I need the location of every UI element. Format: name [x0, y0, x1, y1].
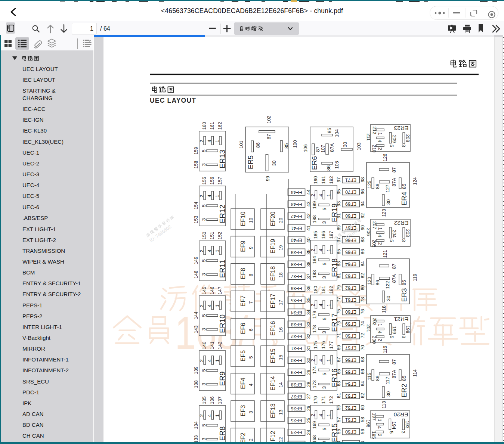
svg-text:10: 10	[248, 218, 254, 223]
svg-text:3: 3	[401, 144, 406, 147]
svg-text:120: 120	[367, 277, 372, 285]
svg-text:EF55: EF55	[345, 369, 356, 375]
svg-text:33: 33	[306, 322, 311, 327]
svg-text:4: 4	[377, 426, 382, 429]
svg-text:138: 138	[194, 381, 199, 388]
svg-text:1: 1	[326, 414, 331, 416]
svg-text:192: 192	[329, 176, 334, 184]
svg-text:201: 201	[366, 325, 371, 332]
svg-text:3: 3	[201, 328, 207, 330]
svg-text:187: 187	[329, 231, 334, 239]
svg-text:EF50: EF50	[345, 429, 356, 434]
svg-text:2: 2	[248, 438, 254, 441]
svg-text:5: 5	[248, 356, 254, 358]
svg-text:188: 188	[312, 215, 317, 223]
svg-text:122: 122	[385, 281, 390, 289]
svg-text:1: 1	[326, 249, 331, 251]
svg-text:3: 3	[321, 386, 327, 389]
svg-text:69: 69	[336, 345, 341, 350]
svg-text:EF8: EF8	[239, 268, 246, 279]
svg-text:205: 205	[371, 240, 377, 248]
svg-text:3: 3	[321, 276, 327, 279]
svg-text:4: 4	[318, 414, 324, 416]
svg-text:EF17: EF17	[269, 294, 276, 308]
svg-text:38: 38	[306, 261, 311, 267]
svg-text:EF26: EF26	[291, 406, 302, 411]
svg-text:177: 177	[329, 341, 334, 349]
svg-text:40: 40	[306, 237, 311, 243]
svg-text:210: 210	[371, 145, 377, 153]
svg-text:32: 32	[306, 333, 311, 339]
svg-text:73: 73	[336, 321, 341, 326]
svg-text:56: 56	[360, 429, 365, 434]
svg-text:64: 64	[360, 381, 365, 386]
svg-text:2: 2	[199, 414, 204, 417]
svg-text:136: 136	[210, 397, 215, 404]
svg-text:87: 87	[315, 146, 321, 152]
svg-text:182: 182	[329, 286, 334, 294]
svg-text:3: 3	[201, 163, 207, 166]
svg-text:20: 20	[278, 218, 284, 223]
svg-text:37: 37	[306, 274, 311, 279]
svg-text:87: 87	[391, 264, 397, 269]
svg-text:43: 43	[306, 201, 311, 207]
svg-text:93: 93	[336, 201, 341, 207]
svg-text:92: 92	[360, 213, 365, 218]
svg-text:2: 2	[199, 359, 204, 362]
svg-text:EF57: EF57	[345, 345, 356, 350]
svg-text:EF3: EF3	[239, 405, 246, 416]
svg-text:EF61: EF61	[345, 297, 356, 302]
svg-text:19: 19	[278, 245, 284, 251]
svg-text:86: 86	[255, 142, 261, 148]
svg-text:4: 4	[248, 384, 254, 386]
svg-text:12: 12	[278, 437, 284, 442]
svg-text:EF4: EF4	[239, 378, 246, 389]
svg-text:185: 185	[313, 231, 318, 239]
svg-text:123: 123	[381, 209, 387, 217]
svg-text:EF9: EF9	[239, 240, 246, 252]
svg-text:80: 80	[360, 285, 365, 290]
svg-text:5: 5	[389, 239, 395, 242]
svg-text:203: 203	[405, 229, 410, 237]
svg-text:ER10: ER10	[218, 314, 226, 333]
svg-text:143: 143	[194, 326, 199, 333]
svg-text:67: 67	[336, 357, 341, 362]
svg-text:149: 149	[194, 257, 199, 264]
svg-text:30: 30	[271, 161, 277, 166]
svg-text:5: 5	[389, 336, 395, 338]
svg-text:ER9: ER9	[218, 372, 226, 386]
svg-text:ER6: ER6	[310, 156, 318, 170]
svg-text:71: 71	[336, 333, 341, 338]
svg-text:EF64: EF64	[345, 261, 356, 267]
svg-text:EF56: EF56	[345, 357, 356, 363]
svg-text:183: 183	[312, 270, 317, 278]
svg-text:68: 68	[360, 357, 365, 362]
svg-text:87: 87	[391, 167, 397, 173]
svg-text:159: 159	[194, 147, 199, 155]
svg-text:196: 196	[365, 420, 371, 428]
svg-text:60: 60	[360, 405, 365, 410]
svg-text:ER12: ER12	[218, 205, 226, 223]
svg-text:EF63: EF63	[345, 273, 356, 279]
svg-text:EF31: EF31	[291, 346, 302, 351]
svg-text:2: 2	[199, 195, 204, 197]
svg-text:121: 121	[383, 250, 388, 258]
svg-text:89: 89	[336, 225, 341, 230]
svg-text:EF14: EF14	[269, 376, 276, 391]
svg-text:1: 1	[326, 194, 331, 196]
svg-text:EF28: EF28	[291, 382, 302, 387]
svg-text:3: 3	[401, 239, 406, 242]
svg-text:ER2: ER2	[400, 384, 408, 398]
svg-text:206: 206	[366, 228, 371, 236]
svg-text:74: 74	[360, 321, 365, 326]
svg-text:70: 70	[360, 345, 365, 350]
svg-text:124: 124	[412, 177, 418, 185]
svg-text:4: 4	[207, 195, 212, 197]
svg-text:1: 1	[326, 359, 331, 361]
svg-text:58: 58	[360, 417, 365, 422]
svg-text:3: 3	[201, 218, 207, 221]
svg-text:1: 1	[214, 414, 220, 417]
svg-text:200: 200	[371, 336, 377, 344]
svg-text:31: 31	[306, 346, 311, 351]
svg-text:ER23: ER23	[394, 125, 409, 131]
